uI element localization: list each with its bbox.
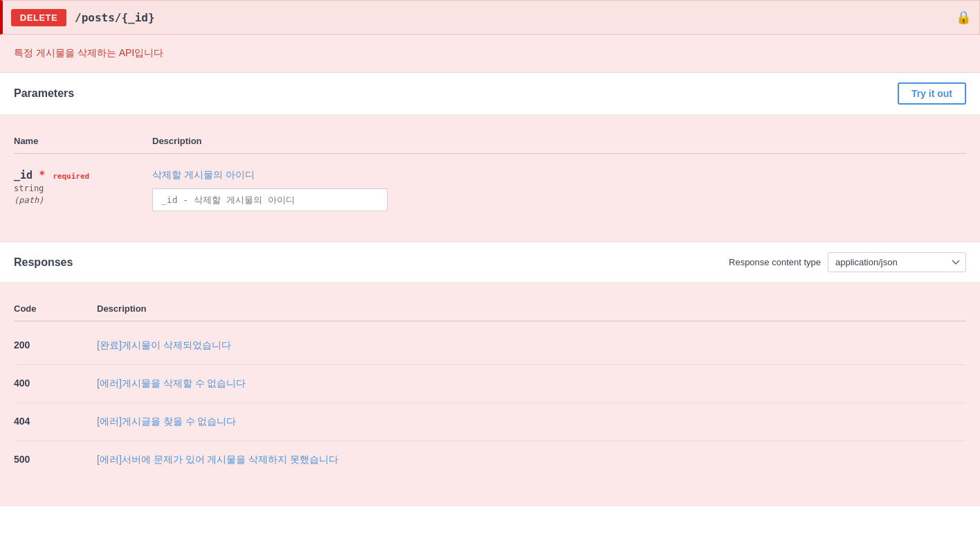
- response-code: 200: [14, 339, 97, 351]
- params-col-name: Name: [14, 136, 152, 146]
- description-bar: 특정 게시물을 삭제하는 API입니다: [0, 35, 980, 73]
- api-container: DELETE /posts/{_id} 🔒 특정 게시물을 삭제하는 API입니…: [0, 0, 980, 541]
- param-right: 삭제할 게시물의 아이디: [152, 169, 966, 211]
- api-description: 특정 게시물을 삭제하는 API입니다: [14, 47, 163, 58]
- responses-body: Code Description 200[완료]게시물이 삭제되었습니다400[…: [0, 283, 980, 506]
- method-badge: DELETE: [11, 9, 66, 26]
- response-code: 404: [14, 416, 97, 427]
- content-type-wrapper: Response content type application/json: [729, 252, 966, 272]
- content-type-select[interactable]: application/json: [828, 252, 966, 272]
- params-body: Name Description _id * required string (…: [0, 115, 980, 242]
- param-input-id[interactable]: [152, 188, 388, 211]
- required-label: required: [53, 172, 89, 181]
- response-code: 400: [14, 378, 97, 389]
- response-row: 500[에러]서버에 문제가 있어 게시물을 삭제하지 못했습니다: [14, 441, 966, 479]
- response-description: [에러]게시물을 삭제할 수 없습니다: [97, 378, 966, 390]
- responses-col-code: Code: [14, 303, 97, 314]
- parameters-title: Parameters: [14, 87, 74, 100]
- required-star: *: [39, 169, 51, 181]
- lock-icon: 🔒: [956, 10, 971, 25]
- endpoint-path: /posts/{_id}: [75, 11, 956, 24]
- responses-rows: 200[완료]게시물이 삭제되었습니다400[에러]게시물을 삭제할 수 없습니…: [14, 327, 966, 479]
- parameters-section-header: Parameters Try it out: [0, 73, 980, 115]
- endpoint-header: DELETE /posts/{_id} 🔒: [0, 0, 980, 35]
- response-row: 404[에러]게시글을 찾을 수 없습니다: [14, 403, 966, 441]
- parameters-section: Parameters Try it out Name Description _…: [0, 73, 980, 242]
- response-description: [에러]서버에 문제가 있어 게시물을 삭제하지 못했습니다: [97, 454, 966, 466]
- responses-section-header: Responses Response content type applicat…: [0, 242, 980, 283]
- content-type-label: Response content type: [729, 257, 821, 267]
- param-row: _id * required string (path) 삭제할 게시물의 아이…: [14, 159, 966, 221]
- response-description: [완료]게시물이 삭제되었습니다: [97, 339, 966, 352]
- params-table-header: Name Description: [14, 129, 966, 154]
- try-it-out-button[interactable]: Try it out: [898, 82, 966, 105]
- param-name: _id * required: [14, 169, 152, 181]
- param-description: 삭제할 게시물의 아이디: [152, 169, 966, 181]
- response-row: 200[완료]게시물이 삭제되었습니다: [14, 327, 966, 365]
- response-description: [에러]게시글을 찾을 수 없습니다: [97, 416, 966, 428]
- responses-col-description: Description: [97, 303, 966, 314]
- param-type: string: [14, 184, 152, 193]
- responses-table-header: Code Description: [14, 296, 966, 321]
- response-code: 500: [14, 454, 97, 465]
- responses-section: Responses Response content type applicat…: [0, 242, 980, 506]
- responses-title: Responses: [14, 256, 73, 269]
- params-col-description: Description: [152, 136, 966, 146]
- param-left: _id * required string (path): [14, 169, 152, 211]
- response-row: 400[에러]게시물을 삭제할 수 없습니다: [14, 365, 966, 403]
- param-location: (path): [14, 195, 152, 205]
